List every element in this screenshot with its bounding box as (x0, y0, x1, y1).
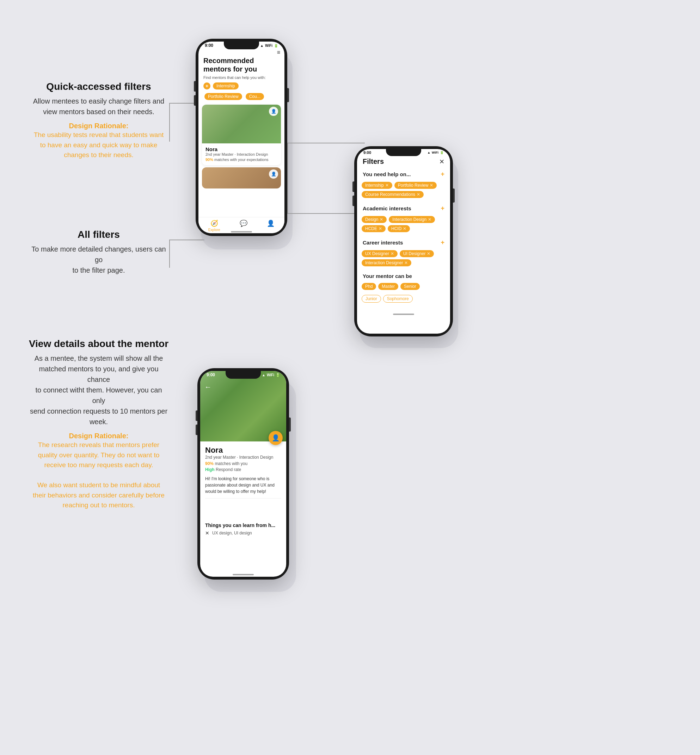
chip-ux-designer[interactable]: UX Designer ✕ (362, 250, 398, 257)
phone3-vol-btn-2[interactable] (195, 424, 197, 435)
learn-title: Things you can learn from h... (205, 523, 281, 528)
phone1-home-bar (231, 231, 252, 232)
phone3-power-btn[interactable] (289, 418, 291, 432)
phone3-screen: 9:00 ▲ WiFi 🔋 ← 👤 Nora 2nd year Master ·… (200, 371, 286, 577)
chip-design[interactable]: Design ✕ (362, 216, 387, 223)
section3-add-btn[interactable]: + (441, 239, 444, 246)
mentor-rationale-label: Design Rationale: (28, 432, 169, 440)
chip-course-filter[interactable]: Course Recommendations ✕ (362, 191, 423, 198)
phone2-vol-btn-1[interactable] (353, 181, 354, 192)
mentor-detail-title: View details about the mentor (28, 338, 169, 349)
chip-hcid[interactable]: HCID ✕ (388, 225, 410, 232)
filter-icon[interactable]: ≡ (277, 49, 280, 56)
all-filters-body: To make more detailed changes, users can… (28, 244, 169, 276)
match-text-3: matches with you (215, 461, 247, 466)
close-filters-btn[interactable]: ✕ (439, 158, 444, 165)
phone2-notch (386, 149, 421, 156)
phone2-home-bar-area (357, 306, 450, 318)
phone3-status-icons: ▲ WiFi 🔋 (262, 373, 280, 377)
phone2-status-icons: ▲ WiFi 🔋 (427, 151, 444, 154)
connect-icon-2[interactable]: 👤 (269, 170, 278, 179)
phone3-home-bar (233, 574, 254, 575)
chip-master[interactable]: Master (378, 283, 398, 290)
volume-btn-2[interactable] (194, 95, 195, 106)
section1-chips: Internship ✕ Portfolio Review ✕ Course R… (357, 180, 450, 201)
section1-title: You need help on... + (357, 167, 450, 180)
mentor-photo-1: 👤 (202, 105, 281, 144)
phone2-vol-btn-2[interactable] (353, 195, 354, 206)
nav-profile[interactable]: 👤 (267, 220, 275, 232)
chip-sophomore[interactable]: Sophomore (383, 295, 413, 303)
chip-portfolio-1[interactable]: Portfolio Review (205, 93, 242, 100)
match-text-1: matches with your expectations (214, 158, 268, 162)
mentor-card-1[interactable]: 👤 Nora 2nd year Master · Interaction Des… (202, 105, 281, 165)
back-btn[interactable]: ← (205, 383, 211, 391)
section3-title: Career interests + (357, 236, 450, 248)
filters-panel-title: Filters (362, 158, 384, 165)
wifi-icon: WiFi (265, 44, 272, 48)
chip-internship-1[interactable]: Internship (213, 83, 239, 89)
section2-chips: Design ✕ Interaction Design ✕ HCDE ✕ HCI… (357, 214, 450, 236)
all-filters-title: All filters (28, 229, 169, 240)
mentor-bio: Hi! I'm looking for someone who is passi… (205, 476, 281, 499)
chip-junior[interactable]: Junior (362, 295, 381, 303)
connect-icon-1[interactable]: 👤 (269, 107, 278, 116)
phone1-time: 9:00 (205, 43, 213, 48)
mentor-info-3: Nora 2nd year Master · Interaction Desig… (200, 441, 286, 503)
phone2-power-btn[interactable] (453, 189, 455, 203)
nav-explore-label: Explore (208, 228, 220, 232)
respond-row: High Respond rate (205, 467, 281, 472)
phone1-chip-row: + Internship Portfolio Review Cou... (203, 81, 280, 101)
horizontal-connector-right-2 (287, 213, 365, 214)
section2-add-btn[interactable]: + (441, 205, 444, 212)
match-pct-3: 90% (205, 461, 214, 466)
phone1-subtitle: Find mentors that can help you with: (203, 75, 280, 80)
power-btn[interactable] (287, 88, 289, 102)
learn-item: ✕ UX design, UI design (205, 530, 281, 536)
section4-title: Your mentor can be (357, 270, 450, 281)
vertical-connector (287, 143, 288, 213)
chip-portfolio-filter[interactable]: Portfolio Review ✕ (394, 182, 437, 189)
filters-annotation: Quick-accessed filters Allow mentees to … (28, 81, 169, 160)
chip-interaction-design[interactable]: Interaction Design ✕ (389, 216, 435, 223)
phone1-status-icons: ▲ WiFi 🔋 (260, 44, 278, 48)
learn-section: Things you can learn from h... ✕ UX desi… (200, 519, 286, 540)
phone3-notch (226, 371, 261, 379)
chip-phd[interactable]: Phd (362, 283, 376, 290)
respond-label: High (205, 467, 215, 472)
mentor-photo-2-partial (202, 167, 281, 189)
section2-title: Academic interests + (357, 201, 450, 214)
chip-ui-designer[interactable]: UI Designer ✕ (400, 250, 434, 257)
chip-senior[interactable]: Senior (400, 283, 420, 290)
add-filter-btn[interactable]: + (203, 83, 211, 89)
filters-rationale-text: The usability tests reveal that students… (28, 130, 169, 160)
horizontal-connector-right (287, 143, 365, 144)
section3-chips: UX Designer ✕ UI Designer ✕ Interaction … (357, 248, 450, 270)
all-filters-annotation: All filters To make more detailed change… (28, 229, 169, 276)
phone1-title: Recommendedmentors for you (203, 56, 280, 73)
phone3-vol-btn-1[interactable] (195, 410, 197, 421)
mentor-match-1: 90% matches with your expectations (205, 158, 277, 162)
section4-chips-outline: Junior Sophomore (357, 293, 450, 306)
connector-line-1 (169, 103, 170, 142)
connector-line-2 (169, 240, 170, 268)
phone3-time: 9:00 (206, 373, 215, 378)
chip-interaction-designer[interactable]: Interaction Designer ✕ (362, 259, 411, 266)
phone1-frame: 9:00 ▲ WiFi 🔋 ≡ Recommendedmentors for y… (195, 39, 287, 236)
signal-icon: ▲ (260, 44, 264, 48)
chip-course-1[interactable]: Cou... (246, 93, 264, 100)
nav-messages[interactable]: 💬 (240, 220, 247, 232)
phone2-home-bar (393, 314, 414, 315)
nav-explore[interactable]: 🧭 Explore (208, 220, 220, 232)
phone2-time: 9:00 (363, 150, 371, 154)
connect-btn-3[interactable]: 👤 (269, 431, 283, 445)
chip-hcde[interactable]: HCDE ✕ (362, 225, 386, 232)
mentor-card-1-info: Nora 2nd year Master · Interaction Desig… (202, 144, 281, 165)
section1-add-btn[interactable]: + (441, 170, 444, 178)
learn-item-text: UX design, UI design (212, 530, 252, 535)
chip-internship-filter[interactable]: Internship ✕ (362, 182, 392, 189)
volume-btn-1[interactable] (194, 81, 195, 92)
mentor-rationale-text: The research reveals that mentors prefer… (28, 440, 169, 510)
mentor-card-2-partial[interactable]: 👤 (202, 167, 281, 189)
profile-icon: 👤 (267, 220, 275, 227)
